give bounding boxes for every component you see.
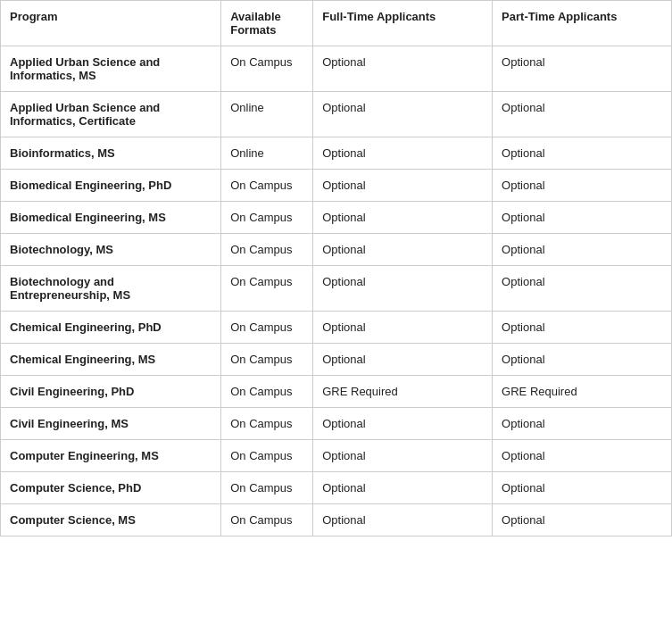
table-row: Biomedical Engineering, PhDOn CampusOpti… [1,170,672,202]
cell-fulltime: Optional [313,408,493,440]
cell-fulltime: Optional [313,137,493,170]
cell-program: Biomedical Engineering, PhD [1,170,221,202]
cell-program: Civil Engineering, MS [1,408,221,440]
cell-parttime: Optional [493,472,672,504]
cell-program: Civil Engineering, PhD [1,376,221,408]
cell-program: Bioinformatics, MS [1,137,221,170]
cell-formats: On Campus [221,472,313,504]
cell-fulltime: Optional [313,504,493,536]
cell-program: Biotechnology, MS [1,234,221,266]
cell-parttime: GRE Required [493,376,672,408]
cell-fulltime: Optional [313,312,493,344]
cell-program: Chemical Engineering, MS [1,344,221,376]
table-row: Chemical Engineering, PhDOn CampusOption… [1,312,672,344]
cell-parttime: Optional [493,504,672,536]
cell-program: Biomedical Engineering, MS [1,202,221,234]
cell-formats: Online [221,92,313,137]
table-row: Applied Urban Science and Informatics, C… [1,92,672,137]
table-row: Biotechnology, MSOn CampusOptionalOption… [1,234,672,266]
cell-parttime: Optional [493,344,672,376]
cell-program: Applied Urban Science and Informatics, C… [1,92,221,137]
cell-formats: On Campus [221,170,313,202]
cell-formats: On Campus [221,344,313,376]
cell-formats: On Campus [221,202,313,234]
table-row: Chemical Engineering, MSOn CampusOptiona… [1,344,672,376]
table-row: Computer Science, PhDOn CampusOptionalOp… [1,472,672,504]
table-wrapper: Program Available Formats Full-Time Appl… [0,0,672,536]
header-program: Program [1,1,221,46]
cell-formats: On Campus [221,46,313,92]
cell-program: Computer Science, PhD [1,472,221,504]
cell-formats: On Campus [221,312,313,344]
cell-fulltime: Optional [313,472,493,504]
cell-program: Computer Engineering, MS [1,440,221,472]
cell-fulltime: Optional [313,46,493,92]
cell-formats: On Campus [221,440,313,472]
cell-fulltime: Optional [313,440,493,472]
table-row: Applied Urban Science and Informatics, M… [1,46,672,92]
table-body: Applied Urban Science and Informatics, M… [1,46,672,536]
cell-formats: On Campus [221,408,313,440]
cell-fulltime: Optional [313,344,493,376]
cell-parttime: Optional [493,440,672,472]
cell-program: Computer Science, MS [1,504,221,536]
cell-parttime: Optional [493,137,672,170]
table-row: Biotechnology and Entrepreneurship, MSOn… [1,266,672,312]
cell-fulltime: Optional [313,266,493,312]
cell-fulltime: Optional [313,170,493,202]
cell-fulltime: GRE Required [313,376,493,408]
cell-formats: On Campus [221,234,313,266]
table-row: Computer Science, MSOn CampusOptionalOpt… [1,504,672,536]
table-row: Biomedical Engineering, MSOn CampusOptio… [1,202,672,234]
cell-formats: On Campus [221,376,313,408]
cell-program: Chemical Engineering, PhD [1,312,221,344]
cell-program: Biotechnology and Entrepreneurship, MS [1,266,221,312]
cell-parttime: Optional [493,46,672,92]
cell-parttime: Optional [493,92,672,137]
table-row: Civil Engineering, PhDOn CampusGRE Requi… [1,376,672,408]
cell-parttime: Optional [493,266,672,312]
cell-fulltime: Optional [313,202,493,234]
programs-table: Program Available Formats Full-Time Appl… [0,0,672,536]
table-row: Bioinformatics, MSOnlineOptionalOptional [1,137,672,170]
cell-fulltime: Optional [313,234,493,266]
cell-formats: On Campus [221,504,313,536]
cell-fulltime: Optional [313,92,493,137]
header-parttime: Part-Time Applicants [493,1,672,46]
header-fulltime: Full-Time Applicants [313,1,493,46]
cell-parttime: Optional [493,408,672,440]
cell-parttime: Optional [493,170,672,202]
cell-parttime: Optional [493,234,672,266]
header-formats: Available Formats [221,1,313,46]
cell-formats: Online [221,137,313,170]
cell-program: Applied Urban Science and Informatics, M… [1,46,221,92]
table-header-row: Program Available Formats Full-Time Appl… [1,1,672,46]
cell-parttime: Optional [493,312,672,344]
table-row: Computer Engineering, MSOn CampusOptiona… [1,440,672,472]
table-row: Civil Engineering, MSOn CampusOptionalOp… [1,408,672,440]
cell-parttime: Optional [493,202,672,234]
cell-formats: On Campus [221,266,313,312]
